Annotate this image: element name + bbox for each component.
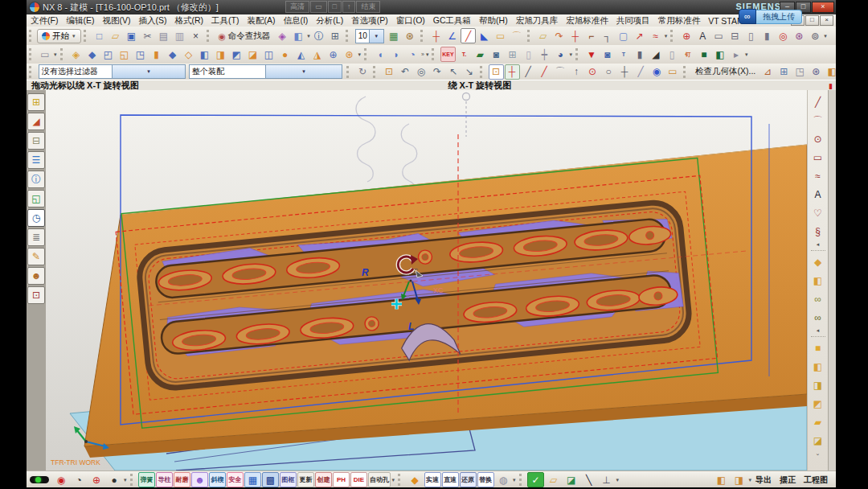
sync-icon[interactable]: ↻ [355, 64, 371, 80]
chevron-down-icon[interactable]: ▾ [54, 51, 57, 58]
chevron-down-icon[interactable]: ▾ [358, 51, 362, 58]
snap-intersection-icon[interactable]: ┼ [617, 64, 633, 80]
chevron-left-icon[interactable]: ◂ [817, 327, 820, 334]
auto-hole-tool[interactable]: 自动孔 [368, 472, 391, 487]
toolbar-grip[interactable] [346, 66, 351, 78]
pin2-tool-icon[interactable]: ▮ [632, 47, 647, 62]
roles-icon[interactable]: ☻ [27, 267, 45, 285]
toolbar-grip[interactable] [29, 66, 34, 78]
menu-edit[interactable]: 编辑(E) [62, 15, 98, 27]
toolbar-grip[interactable] [519, 474, 524, 486]
menu-help[interactable]: 帮助(H) [475, 15, 512, 27]
menu-window[interactable]: 窗口(O) [392, 15, 429, 27]
open-folder-icon[interactable]: ▱ [545, 472, 562, 487]
toolbar-grip[interactable] [346, 30, 350, 42]
snap-face-icon[interactable]: ▭ [665, 64, 681, 80]
annotation-icon[interactable]: A [695, 28, 710, 43]
menu-information[interactable]: 信息(I) [279, 15, 312, 27]
diamond-check-icon[interactable]: ◆ [407, 472, 424, 487]
compare-icon[interactable]: ⊞ [776, 64, 792, 80]
examine-geometry-button[interactable]: 检查几何体(X)... [691, 64, 760, 79]
new-file-icon[interactable]: □ [92, 28, 107, 43]
toolbar-grip[interactable] [432, 48, 436, 60]
pin-tool-icon[interactable]: ┿ [537, 47, 552, 62]
menu-shared-project[interactable]: 共同项目 [612, 15, 654, 27]
hole-icon[interactable]: ◳ [133, 47, 148, 62]
pie-view-icon[interactable]: ◔ [71, 472, 88, 487]
point-icon[interactable]: ┼ [567, 28, 583, 43]
snap-endpoint-icon[interactable]: ╱ [521, 64, 536, 80]
snap-tangent-icon[interactable]: ╱ [633, 64, 649, 80]
dot-icon[interactable]: ● [106, 472, 123, 487]
drag-upload-button[interactable]: ∞ 拖拽上传 [739, 9, 802, 24]
slot-icon[interactable]: ▭ [711, 28, 727, 43]
chamfer-icon[interactable]: ◮ [309, 47, 325, 62]
green-block-icon[interactable]: ■ [696, 47, 711, 62]
part-export-icon[interactable]: ◧ [713, 472, 730, 487]
create-tool[interactable]: 创建 [315, 472, 332, 487]
arc-tool-icon[interactable]: ⌒ [509, 28, 524, 43]
recorder-region-icon[interactable]: ▭ [310, 1, 327, 13]
orient-view-icon[interactable]: ◎ [414, 64, 429, 80]
nail-tool[interactable]: 钉 [680, 47, 695, 62]
menu-format[interactable]: 格式(R) [170, 15, 207, 27]
unite-icon[interactable]: ◪ [245, 47, 260, 62]
offset-icon[interactable]: ◩ [229, 47, 244, 62]
toolbar-grip[interactable] [207, 30, 211, 42]
snap-arc-icon[interactable]: ⌒ [553, 64, 568, 80]
die-tool[interactable]: DIE [350, 472, 367, 487]
key-plane-icon[interactable]: ▱ [535, 28, 551, 43]
cut-icon[interactable]: ✂ [140, 28, 155, 43]
toolbar-grip[interactable] [29, 30, 34, 42]
subtract-icon[interactable]: ◫ [261, 47, 276, 62]
engine-tool-icon[interactable]: ◙ [489, 47, 504, 62]
toolbar-grip[interactable] [364, 48, 369, 60]
snap-pole-icon[interactable]: ↑ [569, 64, 584, 80]
touch-mode-icon[interactable]: ◈ [275, 28, 290, 43]
display-count-dropdown[interactable]: 10 ▾ [355, 29, 384, 43]
chevron-left-icon[interactable]: ◂ [817, 241, 820, 248]
green-face-icon[interactable]: ◪ [563, 472, 579, 487]
snap-circle-icon[interactable]: ○ [601, 64, 616, 80]
boss-icon[interactable]: ▮ [149, 47, 164, 62]
chevron-down-icon[interactable]: ▾ [616, 477, 620, 483]
direct-speed-tool[interactable]: 直速 [442, 472, 459, 487]
crosshair-icon[interactable]: ⊕ [88, 472, 105, 487]
emboss-icon[interactable]: ◨ [213, 47, 228, 62]
bounded-plane-icon[interactable]: ◖ [373, 47, 388, 62]
recorder-upload-icon[interactable]: ↑ [342, 1, 356, 13]
intersect-icon[interactable]: ● [277, 47, 293, 62]
align-button[interactable]: 摆正 [776, 474, 799, 487]
chain-link2-icon[interactable]: ∞ [809, 308, 827, 327]
3d-viewport[interactable]: ZC XC R L [46, 90, 807, 471]
start-button[interactable]: 开始 ▾ [37, 29, 81, 43]
wear-plate-tool[interactable]: 耐磨 [174, 472, 190, 487]
command-finder-button[interactable]: ◉ 命令查找器 [215, 29, 275, 43]
pattern-circle-icon[interactable]: ◍ [495, 472, 512, 487]
pocket-yellow-icon[interactable]: ◧ [809, 357, 827, 376]
fixture-icon[interactable]: ⊥ [598, 472, 615, 487]
selection-filter-dropdown[interactable]: 没有选择过滤器 ▾ [39, 64, 186, 79]
menu-preferences[interactable]: 首选项(P) [347, 15, 392, 27]
chevron-down-icon[interactable]: ▾ [748, 477, 751, 483]
toolbar-grip[interactable] [398, 474, 403, 486]
toolbar-grip[interactable] [575, 48, 580, 60]
real-speed-tool[interactable]: 实速 [424, 472, 441, 487]
cylinder-tool-icon[interactable]: ▯ [664, 47, 679, 62]
deviation-icon[interactable]: ⊿ [760, 64, 776, 80]
corner-icon[interactable]: ┐ [600, 28, 615, 43]
show-hide-icon[interactable]: ⊡ [382, 64, 397, 80]
chevron-down-icon[interactable]: ▾ [665, 33, 668, 39]
pad-icon[interactable]: ▮ [760, 28, 775, 43]
part-navigator-icon[interactable]: ⊟ [27, 132, 45, 150]
process-studio-icon[interactable]: ≣ [27, 228, 45, 246]
system-scenes-icon[interactable]: ⊡ [27, 286, 45, 304]
datum-csys-feature-icon[interactable]: ◆ [84, 47, 100, 62]
chevron-down-icon[interactable]: ▾ [824, 33, 827, 39]
menu-tools[interactable]: 工具(T) [207, 15, 243, 27]
redo-view-icon[interactable]: ↷ [430, 64, 445, 80]
alert-icon[interactable]: ▮ [829, 82, 833, 90]
assembly-navigator-icon[interactable]: ⊞ [27, 93, 45, 111]
menu-file[interactable]: 文件(F) [27, 15, 62, 27]
update-tool[interactable]: 更新 [297, 472, 314, 487]
